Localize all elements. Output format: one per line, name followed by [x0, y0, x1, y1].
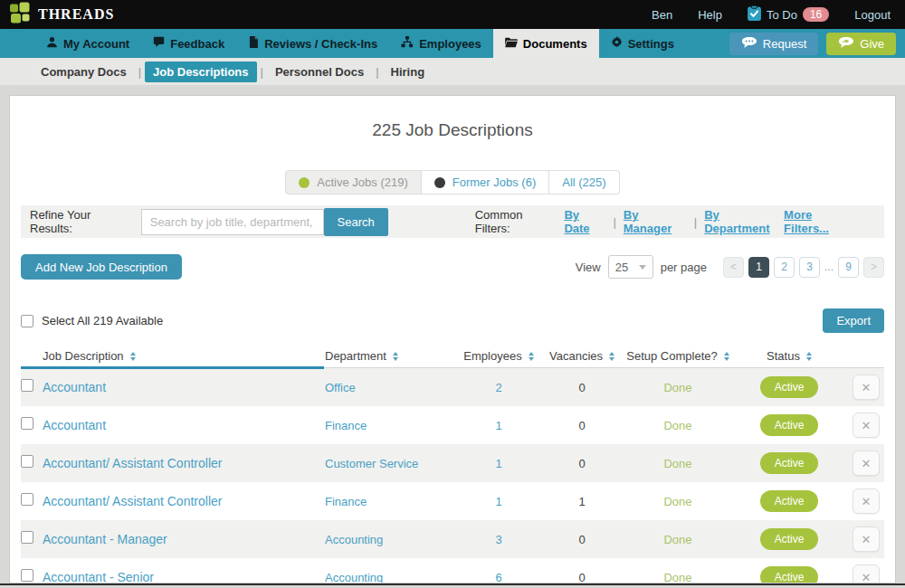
export-button[interactable]: Export: [823, 308, 884, 333]
sorted-column-indicator: [21, 366, 324, 369]
page-prev-button[interactable]: <: [723, 257, 744, 278]
department-link[interactable]: Customer Service: [325, 457, 418, 470]
search-button[interactable]: Search: [324, 208, 388, 236]
page-title: 225 Job Descriptions: [21, 120, 884, 140]
job-link[interactable]: Accountant - Senior: [43, 570, 154, 583]
subnav-item-company-docs[interactable]: Company Docs: [33, 62, 135, 82]
tab-label: Former Jobs (6): [452, 175, 536, 189]
employees-count-link[interactable]: 2: [495, 381, 501, 394]
job-link[interactable]: Accountant: [43, 418, 106, 432]
divider: |: [376, 65, 378, 79]
table-row: Accountant - Senior Accounting 6 0 Done …: [21, 558, 884, 583]
active-jobs-dot-icon: [299, 177, 310, 188]
folder-icon: [505, 37, 518, 51]
department-link[interactable]: Accounting: [325, 533, 383, 546]
employees-count-link[interactable]: 1: [495, 457, 501, 470]
header-label: Setup Complete?: [626, 349, 717, 363]
app-window: THREADS Ben Help To Do 16 Logout My Acco…: [0, 0, 905, 588]
header-department[interactable]: Department: [325, 349, 459, 363]
more-filters-link[interactable]: More Filters...: [784, 208, 857, 235]
refine-label: Refine Your Results:: [30, 208, 132, 235]
search-input[interactable]: [141, 209, 324, 235]
remove-row-button[interactable]: ✕: [853, 564, 880, 583]
nav-label: Employees: [419, 37, 481, 51]
view-label: View: [576, 261, 601, 274]
employees-count-link[interactable]: 3: [495, 533, 501, 546]
remove-row-button[interactable]: ✕: [853, 488, 880, 514]
sort-icon: [130, 352, 136, 361]
header-employees[interactable]: Employees: [459, 349, 538, 363]
nav-item-my-account[interactable]: My Account: [34, 29, 141, 58]
nav-item-documents[interactable]: Documents: [493, 29, 599, 58]
nav-label: My Account: [63, 37, 129, 51]
nav-item-settings[interactable]: Settings: [599, 29, 686, 58]
former-jobs-dot-icon: [434, 177, 445, 188]
header-setup-complete[interactable]: Setup Complete?: [625, 349, 730, 363]
page-2-button[interactable]: 2: [774, 257, 795, 278]
tab-active-jobs[interactable]: Active Jobs (219): [285, 170, 421, 194]
close-icon: ✕: [862, 419, 872, 432]
employees-count-link[interactable]: 1: [495, 419, 501, 432]
status-badge: Active: [760, 490, 818, 512]
department-link[interactable]: Office: [325, 381, 356, 394]
remove-row-button[interactable]: ✕: [853, 413, 880, 438]
header-vacancies[interactable]: Vacancies: [538, 349, 625, 363]
row-checkbox[interactable]: [21, 493, 33, 506]
nav-item-feedback[interactable]: Feedback: [141, 29, 236, 58]
department-link[interactable]: Finance: [325, 495, 367, 508]
select-all-checkbox[interactable]: [21, 315, 33, 327]
subnav-item-hiring[interactable]: Hiring: [383, 62, 433, 82]
row-checkbox[interactable]: [21, 379, 33, 392]
job-link[interactable]: Accountant: [43, 380, 106, 394]
subnav-item-personnel-docs[interactable]: Personnel Docs: [267, 62, 372, 82]
row-checkbox[interactable]: [21, 417, 33, 430]
header-status[interactable]: Status: [730, 349, 848, 363]
help-link[interactable]: Help: [698, 8, 722, 22]
add-new-job-description-button[interactable]: Add New Job Description: [21, 254, 182, 280]
header-job-description[interactable]: Job Description: [43, 349, 325, 363]
employees-count-link[interactable]: 6: [495, 571, 501, 584]
tab-former-jobs[interactable]: Former Jobs (6): [422, 170, 549, 194]
nav-item-employees[interactable]: Employees: [389, 29, 493, 58]
brand[interactable]: THREADS: [9, 2, 114, 27]
nav-item-reviews[interactable]: Reviews / Check-Ins: [236, 29, 389, 58]
todo-link[interactable]: To Do: [767, 8, 797, 22]
give-button[interactable]: Give: [826, 33, 896, 55]
header-label: Employees: [463, 349, 521, 363]
filter-by-date-link[interactable]: By Date: [564, 208, 605, 235]
todo-group[interactable]: To Do 16: [748, 5, 829, 24]
page-1-button[interactable]: 1: [748, 257, 769, 278]
request-button[interactable]: Request: [729, 33, 818, 55]
department-link[interactable]: Finance: [325, 419, 367, 432]
row-checkbox[interactable]: [21, 455, 33, 468]
page-next-button[interactable]: >: [863, 257, 884, 278]
give-label: Give: [860, 37, 884, 51]
page-3-button[interactable]: 3: [799, 257, 820, 278]
setup-status: Done: [625, 533, 730, 546]
refine-bar: Refine Your Results: Search Common Filte…: [21, 205, 884, 238]
per-page-select[interactable]: 25: [608, 255, 653, 279]
remove-row-button[interactable]: ✕: [853, 375, 880, 400]
sort-icon: [609, 352, 614, 361]
remove-row-button[interactable]: ✕: [853, 526, 880, 552]
employees-count-link[interactable]: 1: [495, 495, 501, 508]
main-nav: My Account Feedback Reviews / Check-Ins …: [0, 29, 905, 58]
sort-icon: [724, 352, 729, 361]
filter-by-manager-link[interactable]: By Manager: [624, 208, 687, 235]
header-label: Job Description: [43, 349, 124, 363]
filter-by-department-link[interactable]: By Department: [704, 208, 784, 235]
tab-all-jobs[interactable]: All (225): [549, 170, 619, 194]
job-link[interactable]: Accountant/ Assistant Controller: [43, 456, 222, 470]
remove-row-button[interactable]: ✕: [853, 450, 880, 476]
vacancies-count: 1: [538, 495, 625, 508]
row-checkbox[interactable]: [21, 569, 33, 582]
job-link[interactable]: Accountant - Manager: [43, 532, 167, 546]
page-9-button[interactable]: 9: [838, 257, 859, 278]
row-checkbox[interactable]: [21, 531, 33, 544]
subnav-item-job-descriptions[interactable]: Job Descriptions: [145, 62, 256, 82]
department-link[interactable]: Accounting: [325, 571, 383, 584]
user-name-link[interactable]: Ben: [652, 8, 672, 22]
job-link[interactable]: Accountant/ Assistant Controller: [43, 494, 222, 508]
per-page-suffix: per page: [661, 261, 707, 274]
logout-link[interactable]: Logout: [854, 8, 891, 22]
